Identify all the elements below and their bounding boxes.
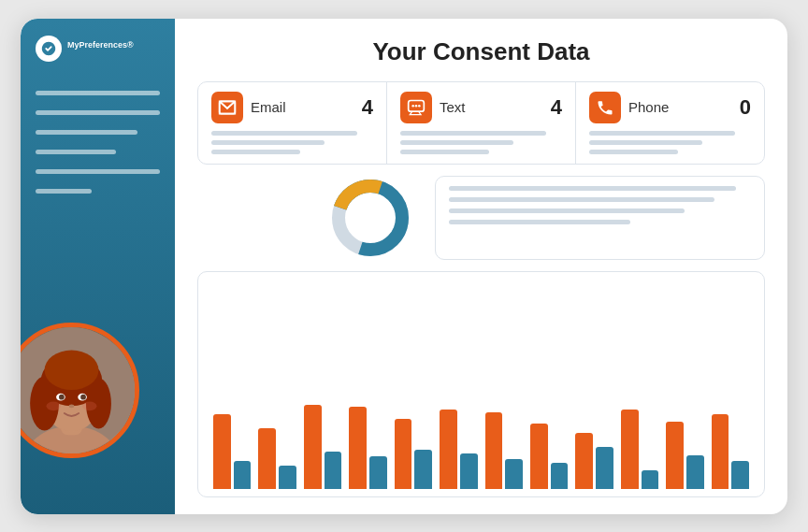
- bar-blue: [596, 447, 613, 489]
- stat-line: [211, 140, 325, 145]
- email-icon-box: [211, 92, 243, 123]
- stat-text-label: Text: [440, 99, 466, 115]
- sidebar-nav-line-5: [36, 169, 160, 174]
- stat-phone: Phone 0: [576, 82, 764, 164]
- bar-blue: [731, 461, 749, 489]
- bar-orange: [575, 433, 593, 489]
- stat-phone-count: 0: [740, 95, 751, 120]
- text-panel-line: [449, 208, 685, 213]
- bar-orange: [621, 410, 639, 489]
- stat-email-header: Email 4: [211, 92, 373, 123]
- logo-sup: ®: [127, 40, 134, 50]
- stat-line: [589, 131, 735, 136]
- sidebar-logo: MyPreferences®: [36, 36, 160, 62]
- bar-group: [213, 414, 251, 489]
- bar-orange: [213, 414, 231, 489]
- bar-blue: [460, 453, 478, 489]
- stat-phone-label: Phone: [628, 99, 669, 115]
- stat-text: Text 4: [387, 82, 576, 164]
- stats-row: Email 4: [197, 81, 765, 165]
- email-icon: [218, 98, 237, 117]
- bar-group: [258, 428, 296, 489]
- text-panel: [435, 176, 765, 260]
- stat-line: [211, 131, 357, 136]
- phone-icon: [596, 98, 614, 117]
- text-icon-box: [400, 92, 432, 123]
- bar-blue: [551, 463, 569, 489]
- svg-point-14: [82, 402, 96, 411]
- bar-chart: [213, 395, 749, 489]
- donut-chart-container: [319, 176, 422, 260]
- stat-phone-header: Phone 0: [589, 92, 751, 123]
- svg-point-10: [59, 395, 65, 400]
- stat-email: Email 4: [198, 82, 387, 164]
- svg-point-13: [47, 402, 61, 411]
- svg-point-18: [415, 105, 418, 108]
- svg-point-19: [418, 105, 421, 108]
- stat-line: [400, 140, 513, 145]
- stat-email-lines: [211, 131, 373, 154]
- sidebar-nav-line-2: [36, 110, 160, 115]
- text-message-icon: [407, 98, 426, 117]
- bar-group: [530, 424, 568, 489]
- svg-point-7: [45, 351, 99, 390]
- phone-icon-box: [589, 92, 621, 123]
- stat-phone-lines: [589, 131, 751, 154]
- bar-orange: [440, 410, 457, 489]
- stat-line: [589, 150, 678, 154]
- text-panel-line: [449, 220, 630, 224]
- bar-group: [666, 422, 703, 489]
- bar-blue: [369, 456, 387, 489]
- bar-group: [395, 419, 432, 489]
- logo-name: MyPreferences: [67, 40, 127, 50]
- bar-group: [304, 405, 341, 489]
- bar-group: [712, 414, 749, 489]
- middle-section: [197, 176, 765, 260]
- stat-email-label: Email: [251, 99, 286, 115]
- main-content: Your Consent Data Email 4: [175, 19, 787, 514]
- bar-blue: [505, 459, 523, 489]
- bar-orange: [349, 407, 367, 489]
- stat-line: [211, 150, 300, 154]
- bar-orange: [530, 424, 548, 489]
- bar-blue: [686, 455, 704, 489]
- svg-point-11: [80, 395, 86, 400]
- bar-orange: [712, 414, 729, 489]
- stat-line: [589, 140, 702, 145]
- bar-blue: [325, 452, 342, 489]
- stat-text-lines: [400, 131, 562, 154]
- bar-group: [440, 410, 477, 489]
- bar-orange: [666, 422, 684, 489]
- svg-point-12: [69, 404, 75, 408]
- sidebar-nav-line-1: [36, 91, 160, 95]
- text-panel-line: [449, 186, 736, 191]
- stat-line: [400, 150, 489, 154]
- bar-blue: [234, 461, 252, 489]
- bar-blue: [414, 450, 432, 489]
- main-card: MyPreferences®: [21, 19, 787, 514]
- bar-chart-section: [197, 271, 765, 497]
- stat-email-count: 4: [362, 95, 373, 120]
- page-title: Your Consent Data: [197, 37, 765, 66]
- bar-group: [621, 410, 658, 489]
- avatar: [21, 323, 139, 458]
- logo-icon: [36, 36, 62, 62]
- bar-group: [485, 412, 523, 489]
- bar-orange: [304, 405, 322, 489]
- stat-line: [400, 131, 546, 136]
- avatar-image: [21, 327, 135, 453]
- bar-blue: [279, 466, 296, 489]
- sidebar-nav-line-4: [36, 150, 116, 154]
- bar-group: [349, 407, 386, 489]
- text-panel-line: [449, 197, 714, 202]
- bar-blue: [642, 470, 659, 489]
- svg-point-23: [346, 194, 395, 242]
- bar-orange: [258, 428, 276, 489]
- bar-orange: [485, 412, 503, 489]
- donut-chart: [328, 176, 412, 260]
- bar-orange: [395, 419, 412, 489]
- sidebar-nav-line-3: [36, 130, 137, 135]
- stat-text-count: 4: [551, 95, 562, 120]
- logo-text: MyPreferences®: [67, 40, 134, 56]
- svg-point-17: [411, 105, 414, 108]
